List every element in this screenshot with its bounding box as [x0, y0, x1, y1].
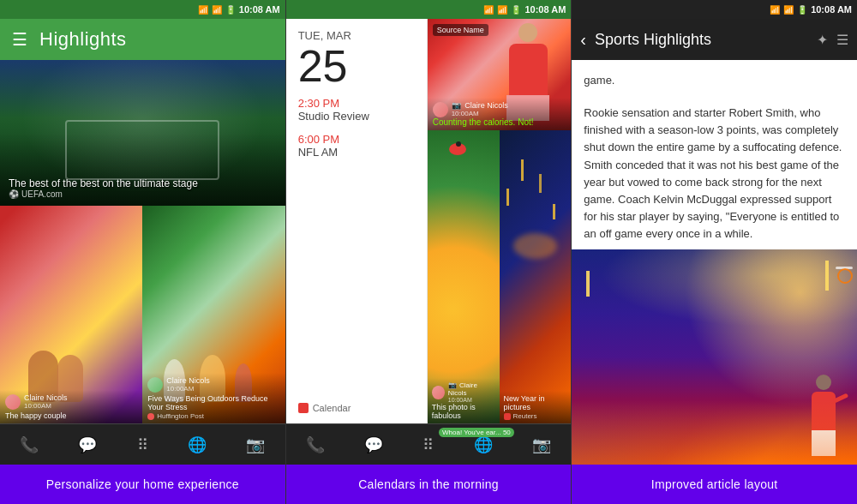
- cal-bot-source-dot: [504, 413, 511, 420]
- screen-highlights: 📶 📶 🔋 10:08 AM ☰ Highlights The best of …: [0, 0, 286, 504]
- cal-event-1[interactable]: 2:30 PM Studio Review: [298, 97, 415, 123]
- bottom-label-1: Personalize your home experience: [0, 465, 285, 504]
- nav-camera-1[interactable]: 📷: [246, 435, 265, 454]
- source-icon: ⚽: [9, 189, 19, 199]
- cal-bot-right-source: Reuters: [504, 412, 567, 420]
- hero-caption-area: The best of the best on the ultimate sta…: [9, 177, 198, 199]
- screens-container: 📶 📶 🔋 10:08 AM ☰ Highlights The best of …: [0, 0, 857, 504]
- cal-bot-left-avatar: [432, 386, 445, 399]
- menu-icon[interactable]: ☰: [12, 29, 27, 50]
- article-text-area: game. Rookie sensation and starter Rober…: [572, 60, 857, 249]
- wifi-icon-3: 📶: [770, 5, 780, 15]
- thumb2-username: Claire Nicols: [166, 376, 210, 385]
- nav-globe-2[interactable]: 🌐: [474, 435, 493, 454]
- thumb-outdoor[interactable]: Claire Nicols 10:00AM Five Ways Being Ou…: [142, 206, 285, 423]
- screen3-header: ‹ Sports Highlights ✦ ☰: [572, 19, 857, 60]
- screen1-header: ☰ Highlights: [0, 19, 285, 60]
- article-image: [572, 249, 857, 465]
- status-icons-1: 📶 📶 🔋 10:08 AM: [198, 4, 280, 15]
- calendar-left: TUE, MAR 25 2:30 PM Studio Review 6:00 P…: [286, 19, 428, 423]
- thumb-couple[interactable]: Claire Nicols 10:00AM The happy couple: [0, 206, 142, 423]
- nav-grid-2[interactable]: ⠿: [423, 435, 434, 454]
- cal-event-2[interactable]: 6:00 PM NFL AM: [298, 133, 415, 159]
- article-body-main: Rookie sensation and starter Robert Smit…: [584, 105, 845, 243]
- status-time-2: 10:08 AM: [524, 4, 566, 15]
- hero-source: ⚽ UEFA.com: [9, 189, 198, 199]
- nav-chat-2[interactable]: 💬: [364, 435, 383, 454]
- calendar-right: Source Name 📷 Claire Nicols 10:00AM: [428, 19, 572, 423]
- thumbnails-row: Claire Nicols 10:00AM The happy couple: [0, 206, 285, 423]
- notification-badge: Whoa! You've ear... 50: [439, 428, 514, 437]
- status-time-1: 10:08 AM: [239, 4, 280, 15]
- screen-calendar: 📶 📶 🔋 10:08 AM TUE, MAR 25 2:30 PM Studi…: [286, 0, 572, 504]
- nav-chat-1[interactable]: 💬: [78, 435, 97, 454]
- article-body: game.: [584, 72, 845, 89]
- status-bar-3: 📶 📶 🔋 10:08 AM: [572, 0, 857, 19]
- article-content: game. Rookie sensation and starter Rober…: [572, 60, 857, 465]
- cal-bot-left-user: 📷 Claire Nicols: [448, 381, 495, 397]
- share-icon[interactable]: ✦: [817, 32, 828, 48]
- thumb2-avatar: [147, 377, 163, 393]
- cal-bottom-row: 📷 Claire Nicols 10:00AM This photo is fa…: [428, 130, 572, 423]
- thumb2-overlay: Claire Nicols 10:00AM Five Ways Being Ou…: [142, 373, 285, 423]
- cal-top-image[interactable]: Source Name 📷 Claire Nicols 10:00AM: [428, 19, 572, 130]
- signal-icon: 📶: [212, 5, 222, 15]
- back-icon[interactable]: ‹: [580, 30, 586, 50]
- status-bar-2: 📶 📶 🔋 10:08 AM: [286, 0, 572, 19]
- bottom-nav-1: 📞 💬 ⠿ 🌐 📷: [0, 423, 285, 465]
- nav-grid-1[interactable]: ⠿: [137, 435, 148, 454]
- bottom-label-3: Improved article layout: [572, 465, 857, 504]
- cal-bot-left-time: 10:00AM: [448, 397, 495, 403]
- cal-bot-left-caption: This photo is fabulous: [432, 403, 495, 420]
- hero-caption: The best of the best on the ultimate sta…: [9, 177, 198, 189]
- battery-icon-3: 🔋: [797, 5, 807, 15]
- thumb1-caption: The happy couple: [5, 411, 137, 420]
- battery-icon-2: 🔋: [511, 5, 521, 15]
- cal-top-avatar: [433, 102, 448, 117]
- thumb2-caption: Five Ways Being Outdoors Reduce Your Str…: [147, 394, 279, 411]
- cal-bot-right-caption: New Year in pictures: [504, 394, 567, 411]
- hero-image[interactable]: The best of the best on the ultimate sta…: [0, 60, 285, 206]
- source-name-badge: Source Name: [433, 24, 488, 36]
- cal-top-overlay: 📷 Claire Nicols 10:00AM Counting the cal…: [428, 98, 572, 130]
- article-title: Sports Highlights: [595, 31, 808, 49]
- event1-title: Studio Review: [298, 110, 415, 123]
- event2-title: NFL AM: [298, 146, 415, 159]
- signal-icon-3: 📶: [783, 5, 794, 15]
- cal-top-caption: Counting the calories. Not!: [433, 117, 566, 127]
- cal-top-time: 10:00AM: [452, 110, 508, 117]
- highlights-title: Highlights: [39, 28, 127, 51]
- calendar-content: TUE, MAR 25 2:30 PM Studio Review 6:00 P…: [286, 19, 572, 423]
- thumb2-time: 10:00AM: [166, 385, 210, 393]
- status-bar-1: 📶 📶 🔋 10:08 AM: [0, 0, 285, 19]
- bottom-nav-2: 📞 💬 ⠿ 🌐 📷 Whoa! You've ear... 50: [286, 423, 572, 465]
- header-icons: ✦ ☰: [817, 32, 848, 48]
- cal-bot-right-img[interactable]: New Year in pictures Reuters: [500, 130, 572, 423]
- cal-label-icon: [298, 403, 309, 413]
- cal-date-label: TUE, MAR: [298, 29, 415, 42]
- nav-globe-1[interactable]: 🌐: [188, 435, 207, 454]
- nav-phone-2[interactable]: 📞: [306, 435, 325, 454]
- cal-date-number: 25: [298, 44, 415, 88]
- stadium-field: [65, 120, 219, 180]
- event2-time: 6:00 PM: [298, 133, 415, 146]
- cal-bot-right-overlay: New Year in pictures Reuters: [500, 391, 572, 423]
- wifi-icon: 📶: [198, 5, 208, 15]
- menu-icon-article[interactable]: ☰: [836, 32, 848, 48]
- cal-label: Calendar: [298, 403, 415, 413]
- thumb1-username: Claire Nicols: [24, 393, 68, 402]
- nav-phone-1[interactable]: 📞: [20, 435, 39, 454]
- wifi-icon-2: 📶: [483, 5, 494, 15]
- bottom-label-2: Calendars in the morning: [286, 465, 572, 504]
- signal-icon-2: 📶: [497, 5, 507, 15]
- nav-camera-2[interactable]: 📷: [532, 435, 551, 454]
- thumb2-source: Huffington Post: [147, 412, 279, 420]
- status-icons-2: 📶 📶 🔋 10:08 AM: [483, 4, 566, 15]
- battery-icon: 🔋: [225, 5, 236, 15]
- status-icons-3: 📶 📶 🔋 10:08 AM: [770, 4, 852, 15]
- screen-article: 📶 📶 🔋 10:08 AM ‹ Sports Highlights ✦ ☰ g…: [572, 0, 857, 504]
- thumb1-overlay: Claire Nicols 10:00AM The happy couple: [0, 390, 142, 423]
- cal-bot-left-img[interactable]: 📷 Claire Nicols 10:00AM This photo is fa…: [428, 130, 500, 423]
- event1-time: 2:30 PM: [298, 97, 415, 110]
- cal-top-user: 📷 Claire Nicols: [452, 101, 508, 110]
